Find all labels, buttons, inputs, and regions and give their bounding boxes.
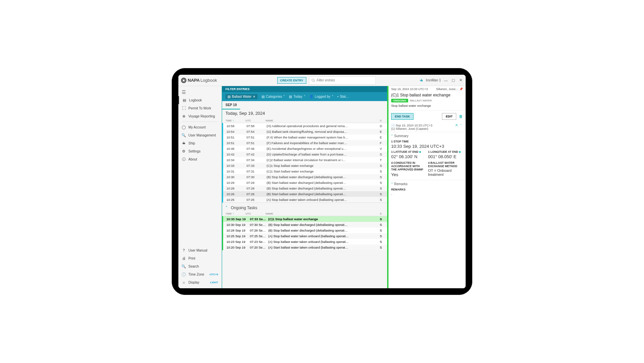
ongoing-row[interactable]: 10:25 Sep 1907:25 Se…(A) Stop ballast wa… bbox=[222, 233, 387, 239]
sidebar-item-my-account[interactable]: ◯My Account bbox=[178, 123, 221, 131]
print-icon: 🖨 bbox=[182, 256, 186, 260]
sidebar-item-time-zone[interactable]: 🕐Time ZoneUTC+3 bbox=[178, 270, 221, 278]
minimize-button[interactable]: — bbox=[444, 78, 448, 82]
sub-author: (1) Siltanen, Jussi (Captain) bbox=[391, 127, 428, 130]
nav-tag: LIGHT bbox=[210, 281, 218, 284]
sidebar-item-settings[interactable]: ⚙Settings bbox=[178, 147, 221, 155]
filter-chip-ballast-water[interactable]: ▤ Ballast Water ✕ bbox=[225, 94, 258, 99]
sidebar-item-user-management[interactable]: 🔍User Management bbox=[178, 131, 221, 139]
filter-entries-input[interactable] bbox=[317, 78, 373, 82]
category-badge: BALLAST WATER bbox=[410, 99, 432, 102]
category-icon: • bbox=[337, 95, 339, 98]
maximize-button[interactable]: ▢ bbox=[451, 78, 456, 82]
date-tab[interactable]: SEP 19 bbox=[222, 101, 240, 109]
col-time[interactable]: TIME bbox=[225, 119, 232, 122]
sidebar-item-search[interactable]: 🔍Search bbox=[178, 262, 221, 270]
filter-chip-stat-[interactable]: • Stat… bbox=[337, 95, 349, 98]
entry-row[interactable]: 10:3407:34(C)2 Ballast water internal ci… bbox=[222, 157, 387, 163]
col-utc[interactable]: UTC bbox=[246, 119, 266, 122]
method-value: OT = Onboard treatment bbox=[428, 168, 463, 176]
sidebar-item-about[interactable]: ⓘAbout bbox=[178, 155, 221, 163]
chevron-down-icon: ˅ bbox=[332, 95, 333, 98]
entry-row[interactable]: 10:2607:26(B) Start ballast water discha… bbox=[222, 191, 387, 197]
settings-icon: ⚙ bbox=[182, 149, 186, 153]
sidebar-item-permit-to-work[interactable]: ⛶Permit To Work bbox=[178, 104, 221, 112]
my-account-icon: ◯ bbox=[182, 125, 186, 129]
entries-list: 10:5807:58(H) Additional operational pro… bbox=[222, 123, 387, 203]
close-icon[interactable]: ✕ bbox=[253, 95, 256, 98]
ongoing-row[interactable]: 10:33 Sep 1907:33 Se…(C)1 Stop ballast w… bbox=[222, 216, 387, 222]
sidebar-item-logbook[interactable]: ▤Logbook bbox=[178, 96, 221, 104]
delete-icon[interactable]: 🗑 bbox=[459, 114, 463, 119]
sidebar-item-voyage-reporting[interactable]: ⊕Voyage Reporting bbox=[178, 112, 221, 120]
chevron-down-icon: ˅ bbox=[304, 95, 305, 98]
filter-chip-today[interactable]: ▤ Today ˅ bbox=[289, 95, 305, 98]
remarks-label: REMARKS bbox=[391, 188, 463, 191]
about-icon: ⓘ bbox=[182, 157, 186, 161]
detail-description: Stop ballast water exchange bbox=[388, 103, 466, 110]
entry-row[interactable]: 10:5107:51(F) Failures and inoperabiliti… bbox=[222, 140, 387, 146]
sort-asc-icon: ↑ bbox=[232, 212, 234, 215]
filter-header: FILTER ENTRIES bbox=[222, 86, 387, 92]
topbar: NAPA Logbook CREATE ENTRY ⛴ IronMan 1 — … bbox=[178, 75, 466, 86]
ongoing-row[interactable]: 10:23 Sep 1907:23 Se…(A) Stop ballast wa… bbox=[222, 239, 387, 245]
detail-title: (C)1 Stop ballast water exchange bbox=[388, 92, 466, 98]
create-entry-button[interactable]: CREATE ENTRY bbox=[277, 77, 306, 84]
category-icon: 👤 bbox=[309, 95, 313, 98]
entry-row[interactable]: 10:4207:42(D) Uptake/Discharge of ballas… bbox=[222, 151, 387, 157]
chevron-up-icon: ˄ bbox=[225, 206, 227, 210]
sidebar-item-user-manual[interactable]: ?User Manual bbox=[178, 246, 221, 254]
filter-entries-search[interactable] bbox=[309, 76, 376, 84]
app-screen: NAPA Logbook CREATE ENTRY ⛴ IronMan 1 — … bbox=[178, 75, 466, 288]
chevron-down-icon[interactable]: ˅ bbox=[460, 124, 462, 127]
entry-row[interactable]: 10:5407:54(G) Ballast tank cleaning/flus… bbox=[222, 129, 387, 134]
entry-row[interactable]: 10:5107:51(F.4) When the ballast water m… bbox=[222, 134, 387, 140]
chevron-down-icon[interactable]: ˅ bbox=[391, 134, 393, 138]
col-name[interactable]: NAME bbox=[266, 119, 380, 122]
sidebar: ☰ ▤Logbook⛶Permit To Work⊕Voyage Reporti… bbox=[178, 86, 222, 288]
voyage-reporting-icon: ⊕ bbox=[182, 114, 186, 118]
permit-to-work-icon: ⛶ bbox=[182, 106, 186, 110]
entry-row[interactable]: 10:5807:58(H) Additional operational pro… bbox=[222, 123, 387, 129]
entry-row[interactable]: 10:2907:29(B) Start ballast water discha… bbox=[222, 180, 387, 186]
ongoing-row[interactable]: 10:30 Sep 1907:30 Se…(B) Stop ballast wa… bbox=[222, 222, 387, 228]
entry-row[interactable]: 10:4607:46(E) Accidental discharge/ingre… bbox=[222, 146, 387, 151]
category-icon: ▤ bbox=[289, 95, 292, 98]
stop-time-label: 1 STOP TIME bbox=[391, 140, 463, 143]
entry-row[interactable]: 10:2507:25(A) Stop ballast water taken o… bbox=[222, 197, 387, 203]
display-icon: ☼ bbox=[182, 280, 186, 284]
sidebar-item-print[interactable]: 🖨Print bbox=[178, 254, 221, 262]
close-button[interactable]: ✕ bbox=[458, 78, 463, 82]
ongoing-tasks-header[interactable]: ˄ Ongoing Tasks bbox=[222, 203, 387, 212]
sidebar-item-display[interactable]: ☼DisplayLIGHT bbox=[178, 278, 221, 286]
detail-timestamp: Sep 19, 2024 10:33 UTC+3 bbox=[391, 87, 428, 91]
tablet-frame: NAPA Logbook CREATE ENTRY ⛴ IronMan 1 — … bbox=[172, 68, 472, 295]
brand-subtitle: Logbook bbox=[200, 78, 217, 83]
ongoing-row[interactable]: 10:28 Sep 1907:28 Se…(B) Stop ballast wa… bbox=[222, 228, 387, 233]
sidebar-item-ship[interactable]: ⛴Ship bbox=[178, 139, 221, 147]
detail-panel: Sep 19, 2024 10:33 UTC+3 Siltanen, Jussi… bbox=[387, 86, 466, 288]
entry-row[interactable]: 10:2807:28(B) Stop ballast water dischar… bbox=[222, 186, 387, 191]
filter-chip-logged-by[interactable]: 👤 Logged by ˅ bbox=[309, 95, 333, 98]
chevron-down-icon[interactable]: ˅ bbox=[391, 182, 393, 186]
category-icon: ▤ bbox=[227, 95, 230, 98]
entry-row[interactable]: 10:3307:33(C)1 Stop ballast water exchan… bbox=[222, 163, 387, 168]
today-label: Today, Sep 19, 2024 bbox=[222, 109, 387, 118]
filter-chip-categories[interactable]: ▤ Categories ˅ bbox=[262, 95, 285, 98]
main-panel: FILTER ENTRIES ▤ Ballast Water ✕▤ Catego… bbox=[222, 86, 387, 288]
helm-icon: ⎈ bbox=[459, 150, 461, 153]
entry-row[interactable]: 10:3107:31(C)1 Start ballast water excha… bbox=[222, 168, 387, 174]
hamburger-button[interactable]: ☰ bbox=[178, 88, 221, 96]
end-task-button[interactable]: END TASK bbox=[391, 113, 414, 120]
bwmp-label: 4 CONDUCTED IN ACCORDANCE WITH THE APPRO… bbox=[391, 161, 426, 171]
entry-row[interactable]: 10:3007:30(B) Stop ballast water dischar… bbox=[222, 174, 387, 180]
ongoing-row[interactable]: 10:20 Sep 1907:20 Se…(A) Start ballast w… bbox=[222, 245, 387, 250]
latitude-value: 02° 06.100' N bbox=[391, 153, 426, 159]
brand-name: NAPA bbox=[188, 78, 200, 83]
link-icon[interactable]: ⇱ bbox=[456, 124, 458, 127]
user-management-icon: 🔍 bbox=[182, 133, 186, 137]
edit-button[interactable]: EDIT bbox=[442, 113, 456, 120]
pin-icon[interactable]: 📌 bbox=[459, 87, 463, 91]
ongoing-table-header: TIME ↑ UTC NAME S bbox=[222, 212, 387, 216]
col-status[interactable]: S bbox=[380, 119, 384, 122]
